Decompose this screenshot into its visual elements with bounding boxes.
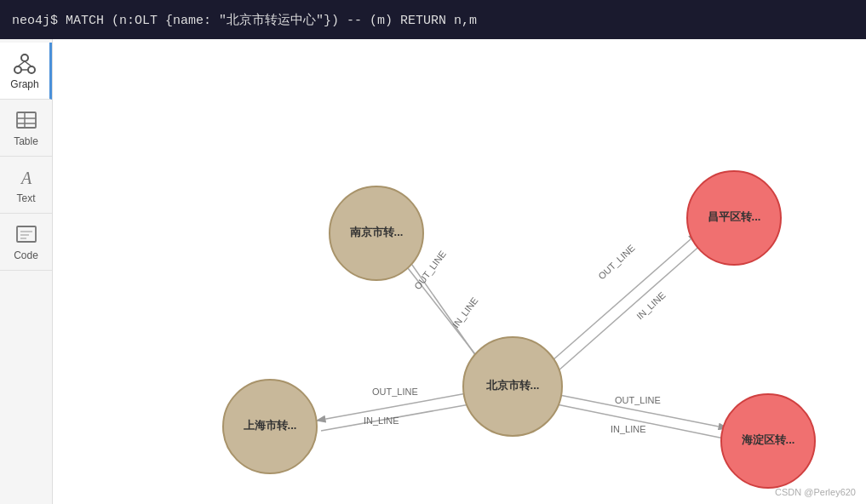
sidebar-label-code: Code (14, 249, 38, 261)
svg-line-3 (18, 61, 25, 66)
edge-label-in1: IN_LINE (450, 295, 480, 329)
sidebar: Graph Table A Text (0, 39, 53, 504)
node-label-shanghai: 上海市转... (244, 419, 297, 432)
edge-label-in2: IN_LINE (364, 415, 399, 426)
edge-label-out3: OUT_LINE (596, 243, 637, 281)
sidebar-label-graph: Graph (10, 78, 38, 90)
table-icon (14, 108, 38, 132)
sidebar-label-table: Table (14, 135, 38, 147)
sidebar-item-table[interactable]: Table (0, 100, 52, 157)
svg-line-22 (551, 243, 703, 377)
sidebar-item-text[interactable]: A Text (0, 157, 52, 214)
svg-line-20 (321, 401, 489, 431)
text-icon: A (14, 165, 38, 189)
graph-icon (13, 51, 37, 75)
edge-label-out4: OUT_LINE (615, 395, 661, 405)
sidebar-item-graph[interactable]: Graph (0, 43, 52, 100)
node-label-beijing: 北京市转... (485, 379, 540, 392)
watermark: CSDN @Perley620 (775, 487, 856, 497)
svg-line-4 (25, 61, 32, 66)
code-icon (14, 222, 38, 246)
svg-point-0 (21, 54, 28, 61)
query-header: neo4j$ MATCH (n:OLT {name: "北京市转运中心"}) -… (0, 0, 866, 39)
query-text: neo4j$ MATCH (n:OLT {name: "北京市转运中心"}) -… (12, 12, 477, 28)
main-area: Graph Table A Text (0, 39, 866, 504)
sidebar-label-text: Text (16, 192, 35, 204)
edge-label-in3: IN_LINE (634, 289, 668, 321)
edge-label-in4: IN_LINE (611, 424, 646, 434)
node-label-changping: 昌平区转... (708, 210, 761, 223)
graph-canvas: OUT_LINE IN_LINE OUT_LINE IN_LINE OUT_LI… (53, 39, 866, 504)
svg-point-2 (28, 66, 35, 73)
node-label-nanjing: 南京市转... (350, 226, 404, 238)
sidebar-item-code[interactable]: Code (0, 214, 52, 271)
svg-rect-11 (17, 226, 36, 242)
graph-svg: OUT_LINE IN_LINE OUT_LINE IN_LINE OUT_LI… (53, 39, 866, 504)
svg-point-1 (14, 66, 21, 73)
node-label-haidian: 海淀区转... (742, 433, 795, 446)
svg-rect-6 (17, 112, 36, 128)
edge-label-out2: OUT_LINE (372, 387, 418, 397)
svg-text:A: A (19, 169, 32, 187)
